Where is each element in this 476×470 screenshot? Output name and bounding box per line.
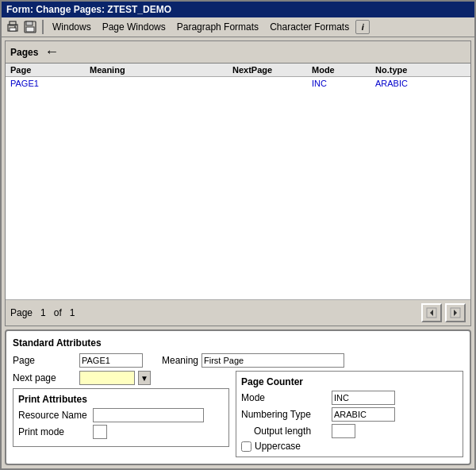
next-page-row: Next page ▼ [13, 371, 229, 385]
print-icon[interactable] [5, 19, 21, 35]
output-length-input[interactable] [332, 424, 355, 438]
menu-character-formats[interactable]: Character Formats [265, 20, 354, 34]
pages-title: Pages [10, 47, 38, 58]
page-label: Page [13, 355, 76, 366]
print-mode-input[interactable] [93, 425, 107, 439]
menu-separator [42, 20, 44, 34]
window-title: Form: Change Pages: ZTEST_DEMO [6, 4, 171, 15]
resource-name-label: Resource Name [18, 410, 90, 421]
row-meaning [90, 79, 232, 88]
svg-point-3 [14, 26, 16, 28]
title-bar: Form: Change Pages: ZTEST_DEMO [2, 2, 474, 17]
uppercase-row: Uppercase [241, 441, 458, 452]
col-mode: Mode [312, 65, 375, 75]
next-page-button[interactable] [445, 303, 466, 322]
menu-page-windows[interactable]: Page Windows [98, 20, 171, 34]
main-window: Form: Change Pages: ZTEST_DEMO Windows P… [0, 0, 476, 470]
svg-rect-6 [26, 27, 34, 32]
output-length-label: Output length [241, 426, 328, 437]
menu-paragraph-formats[interactable]: Paragraph Formats [172, 20, 263, 34]
prev-page-button[interactable] [421, 303, 442, 322]
col-page: Page [10, 65, 90, 75]
left-col: Next page ▼ Print Attributes Resource Na… [13, 371, 229, 457]
meaning-label: Meaning [162, 355, 198, 366]
page-input[interactable] [79, 353, 143, 368]
table-row: PAGE1 INC ARABIC [6, 77, 470, 90]
page-counter-section: Page Counter Mode Numbering Type Output … [236, 371, 463, 457]
print-title: Print Attributes [18, 394, 224, 405]
print-mode-row: Print mode [18, 425, 224, 439]
page-counter-title: Page Counter [241, 376, 458, 387]
svg-rect-2 [10, 28, 16, 31]
page-link[interactable]: PAGE1 [10, 79, 39, 88]
svg-rect-5 [26, 21, 33, 25]
two-columns: Next page ▼ Print Attributes Resource Na… [13, 371, 463, 457]
output-length-row: Output length [241, 424, 458, 438]
std-title: Standard Attributes [13, 337, 463, 349]
resource-name-row: Resource Name [18, 408, 224, 422]
next-page-label: Next page [13, 372, 76, 383]
menu-bar: Windows Page Windows Paragraph Formats C… [2, 17, 474, 37]
pages-header: Pages ← [6, 41, 470, 64]
menu-windows[interactable]: Windows [48, 20, 96, 34]
uppercase-label: Uppercase [255, 441, 301, 452]
table-header: Page Meaning NextPage Mode No.type [6, 64, 470, 77]
pagination-text: Page 1 of 1 [10, 307, 75, 318]
mode-label: Mode [241, 392, 328, 403]
standard-attributes-section: Standard Attributes Page Meaning Next pa… [5, 329, 471, 465]
print-attributes-section: Print Attributes Resource Name Print mod… [13, 388, 229, 447]
numbering-type-row: Numbering Type [241, 407, 458, 422]
col-meaning: Meaning [90, 65, 232, 75]
col-notype: No.type [375, 65, 455, 75]
print-mode-label: Print mode [18, 426, 90, 437]
save-icon[interactable] [22, 19, 38, 35]
arrow-icon: ← [44, 44, 59, 60]
numbering-type-label: Numbering Type [241, 409, 328, 420]
meaning-group: Meaning [162, 353, 344, 368]
page-row: Page Meaning [13, 353, 463, 368]
notype-link[interactable]: ARABIC [375, 79, 408, 88]
uppercase-checkbox[interactable] [241, 441, 251, 452]
resource-name-input[interactable] [93, 408, 204, 422]
meaning-input[interactable] [202, 353, 344, 368]
pagination-buttons [421, 303, 466, 322]
row-nextpage [232, 79, 312, 88]
pages-section: Pages ← Page Meaning NextPage Mode No.ty… [5, 40, 471, 326]
content-area: Pages ← Page Meaning NextPage Mode No.ty… [2, 37, 474, 468]
next-page-input[interactable] [79, 371, 135, 385]
col-nextpage: NextPage [232, 65, 312, 75]
info-icon[interactable]: i [355, 20, 370, 34]
pagination-bar: Page 1 of 1 [6, 299, 470, 326]
table-spacer [6, 90, 470, 299]
mode-input[interactable] [332, 391, 395, 405]
next-page-browse-button[interactable]: ▼ [138, 371, 151, 385]
numbering-type-input[interactable] [332, 407, 395, 422]
mode-link[interactable]: INC [312, 79, 327, 88]
mode-row: Mode [241, 391, 458, 405]
